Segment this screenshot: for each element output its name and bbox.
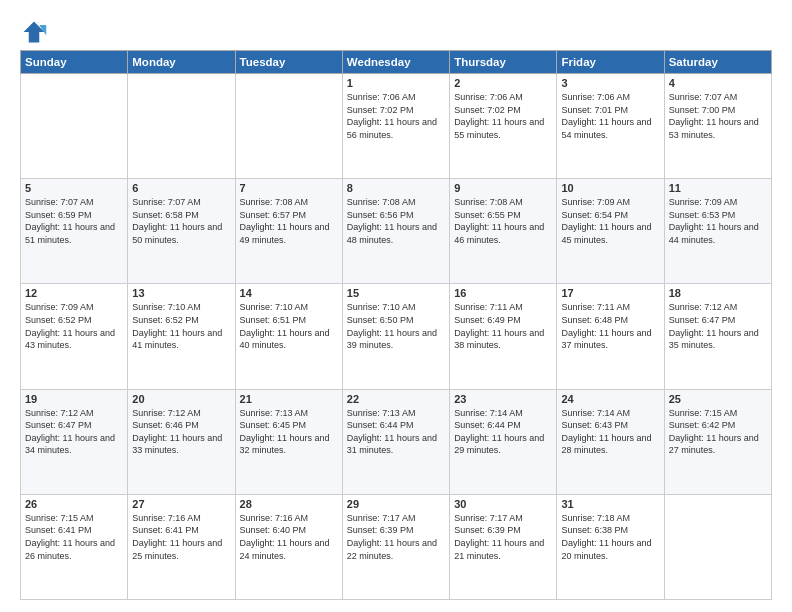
day-of-week-header: Wednesday	[342, 51, 449, 74]
day-info: Sunrise: 7:16 AM Sunset: 6:41 PM Dayligh…	[132, 512, 230, 562]
calendar-cell: 24Sunrise: 7:14 AM Sunset: 6:43 PM Dayli…	[557, 389, 664, 494]
day-of-week-header: Monday	[128, 51, 235, 74]
calendar-cell: 3Sunrise: 7:06 AM Sunset: 7:01 PM Daylig…	[557, 74, 664, 179]
day-of-week-header: Friday	[557, 51, 664, 74]
day-number: 7	[240, 182, 338, 194]
calendar-body: 1Sunrise: 7:06 AM Sunset: 7:02 PM Daylig…	[21, 74, 772, 600]
day-info: Sunrise: 7:18 AM Sunset: 6:38 PM Dayligh…	[561, 512, 659, 562]
day-number: 18	[669, 287, 767, 299]
calendar-week-row: 5Sunrise: 7:07 AM Sunset: 6:59 PM Daylig…	[21, 179, 772, 284]
day-info: Sunrise: 7:10 AM Sunset: 6:52 PM Dayligh…	[132, 301, 230, 351]
calendar-week-row: 12Sunrise: 7:09 AM Sunset: 6:52 PM Dayli…	[21, 284, 772, 389]
day-info: Sunrise: 7:07 AM Sunset: 6:58 PM Dayligh…	[132, 196, 230, 246]
day-info: Sunrise: 7:10 AM Sunset: 6:50 PM Dayligh…	[347, 301, 445, 351]
day-number: 10	[561, 182, 659, 194]
day-number: 21	[240, 393, 338, 405]
day-number: 26	[25, 498, 123, 510]
day-of-week-header: Sunday	[21, 51, 128, 74]
day-number: 19	[25, 393, 123, 405]
day-info: Sunrise: 7:17 AM Sunset: 6:39 PM Dayligh…	[347, 512, 445, 562]
day-info: Sunrise: 7:09 AM Sunset: 6:53 PM Dayligh…	[669, 196, 767, 246]
calendar-cell: 10Sunrise: 7:09 AM Sunset: 6:54 PM Dayli…	[557, 179, 664, 284]
day-number: 3	[561, 77, 659, 89]
calendar-cell: 11Sunrise: 7:09 AM Sunset: 6:53 PM Dayli…	[664, 179, 771, 284]
calendar-cell: 15Sunrise: 7:10 AM Sunset: 6:50 PM Dayli…	[342, 284, 449, 389]
day-number: 28	[240, 498, 338, 510]
day-info: Sunrise: 7:14 AM Sunset: 6:44 PM Dayligh…	[454, 407, 552, 457]
day-info: Sunrise: 7:16 AM Sunset: 6:40 PM Dayligh…	[240, 512, 338, 562]
calendar-cell: 5Sunrise: 7:07 AM Sunset: 6:59 PM Daylig…	[21, 179, 128, 284]
calendar-cell: 29Sunrise: 7:17 AM Sunset: 6:39 PM Dayli…	[342, 494, 449, 599]
day-info: Sunrise: 7:15 AM Sunset: 6:41 PM Dayligh…	[25, 512, 123, 562]
day-number: 31	[561, 498, 659, 510]
calendar-cell: 19Sunrise: 7:12 AM Sunset: 6:47 PM Dayli…	[21, 389, 128, 494]
day-number: 9	[454, 182, 552, 194]
calendar-cell	[21, 74, 128, 179]
day-number: 4	[669, 77, 767, 89]
calendar-week-row: 1Sunrise: 7:06 AM Sunset: 7:02 PM Daylig…	[21, 74, 772, 179]
day-info: Sunrise: 7:07 AM Sunset: 6:59 PM Dayligh…	[25, 196, 123, 246]
day-number: 23	[454, 393, 552, 405]
calendar-table: SundayMondayTuesdayWednesdayThursdayFrid…	[20, 50, 772, 600]
day-of-week-header: Tuesday	[235, 51, 342, 74]
calendar-week-row: 19Sunrise: 7:12 AM Sunset: 6:47 PM Dayli…	[21, 389, 772, 494]
calendar-cell: 20Sunrise: 7:12 AM Sunset: 6:46 PM Dayli…	[128, 389, 235, 494]
calendar-cell: 12Sunrise: 7:09 AM Sunset: 6:52 PM Dayli…	[21, 284, 128, 389]
calendar-week-row: 26Sunrise: 7:15 AM Sunset: 6:41 PM Dayli…	[21, 494, 772, 599]
day-info: Sunrise: 7:11 AM Sunset: 6:49 PM Dayligh…	[454, 301, 552, 351]
day-number: 17	[561, 287, 659, 299]
day-info: Sunrise: 7:06 AM Sunset: 7:02 PM Dayligh…	[347, 91, 445, 141]
calendar-cell: 14Sunrise: 7:10 AM Sunset: 6:51 PM Dayli…	[235, 284, 342, 389]
day-number: 16	[454, 287, 552, 299]
day-number: 24	[561, 393, 659, 405]
day-of-week-header: Saturday	[664, 51, 771, 74]
day-number: 25	[669, 393, 767, 405]
calendar-cell	[128, 74, 235, 179]
calendar-cell: 22Sunrise: 7:13 AM Sunset: 6:44 PM Dayli…	[342, 389, 449, 494]
day-info: Sunrise: 7:09 AM Sunset: 6:54 PM Dayligh…	[561, 196, 659, 246]
day-info: Sunrise: 7:12 AM Sunset: 6:47 PM Dayligh…	[669, 301, 767, 351]
day-number: 12	[25, 287, 123, 299]
day-number: 30	[454, 498, 552, 510]
day-of-week-header: Thursday	[450, 51, 557, 74]
calendar-cell: 13Sunrise: 7:10 AM Sunset: 6:52 PM Dayli…	[128, 284, 235, 389]
calendar-cell: 31Sunrise: 7:18 AM Sunset: 6:38 PM Dayli…	[557, 494, 664, 599]
header	[20, 18, 772, 46]
day-info: Sunrise: 7:08 AM Sunset: 6:55 PM Dayligh…	[454, 196, 552, 246]
day-number: 20	[132, 393, 230, 405]
day-number: 13	[132, 287, 230, 299]
calendar-cell: 1Sunrise: 7:06 AM Sunset: 7:02 PM Daylig…	[342, 74, 449, 179]
calendar-cell: 27Sunrise: 7:16 AM Sunset: 6:41 PM Dayli…	[128, 494, 235, 599]
day-info: Sunrise: 7:08 AM Sunset: 6:57 PM Dayligh…	[240, 196, 338, 246]
calendar-cell	[664, 494, 771, 599]
day-info: Sunrise: 7:13 AM Sunset: 6:45 PM Dayligh…	[240, 407, 338, 457]
day-number: 29	[347, 498, 445, 510]
calendar-cell: 28Sunrise: 7:16 AM Sunset: 6:40 PM Dayli…	[235, 494, 342, 599]
day-number: 1	[347, 77, 445, 89]
day-number: 15	[347, 287, 445, 299]
day-info: Sunrise: 7:10 AM Sunset: 6:51 PM Dayligh…	[240, 301, 338, 351]
calendar-header-row: SundayMondayTuesdayWednesdayThursdayFrid…	[21, 51, 772, 74]
day-info: Sunrise: 7:17 AM Sunset: 6:39 PM Dayligh…	[454, 512, 552, 562]
day-info: Sunrise: 7:13 AM Sunset: 6:44 PM Dayligh…	[347, 407, 445, 457]
day-info: Sunrise: 7:11 AM Sunset: 6:48 PM Dayligh…	[561, 301, 659, 351]
calendar-cell: 9Sunrise: 7:08 AM Sunset: 6:55 PM Daylig…	[450, 179, 557, 284]
calendar-cell: 30Sunrise: 7:17 AM Sunset: 6:39 PM Dayli…	[450, 494, 557, 599]
day-number: 22	[347, 393, 445, 405]
calendar-cell: 4Sunrise: 7:07 AM Sunset: 7:00 PM Daylig…	[664, 74, 771, 179]
calendar-cell: 7Sunrise: 7:08 AM Sunset: 6:57 PM Daylig…	[235, 179, 342, 284]
page: SundayMondayTuesdayWednesdayThursdayFrid…	[0, 0, 792, 612]
day-number: 5	[25, 182, 123, 194]
day-info: Sunrise: 7:14 AM Sunset: 6:43 PM Dayligh…	[561, 407, 659, 457]
calendar-cell: 21Sunrise: 7:13 AM Sunset: 6:45 PM Dayli…	[235, 389, 342, 494]
day-number: 8	[347, 182, 445, 194]
logo	[20, 18, 52, 46]
day-info: Sunrise: 7:12 AM Sunset: 6:47 PM Dayligh…	[25, 407, 123, 457]
calendar-cell: 2Sunrise: 7:06 AM Sunset: 7:02 PM Daylig…	[450, 74, 557, 179]
svg-marker-0	[24, 22, 45, 43]
day-number: 2	[454, 77, 552, 89]
logo-icon	[20, 18, 48, 46]
calendar-cell: 17Sunrise: 7:11 AM Sunset: 6:48 PM Dayli…	[557, 284, 664, 389]
day-info: Sunrise: 7:12 AM Sunset: 6:46 PM Dayligh…	[132, 407, 230, 457]
calendar-cell: 25Sunrise: 7:15 AM Sunset: 6:42 PM Dayli…	[664, 389, 771, 494]
